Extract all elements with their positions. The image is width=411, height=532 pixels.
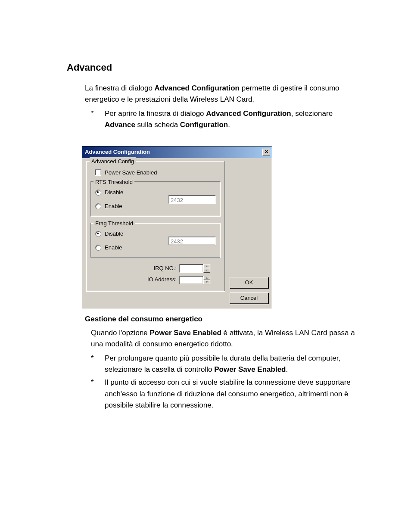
radio-row-frag-disable: Disable bbox=[95, 230, 123, 238]
bullet-text: Il punto di accesso con cui si vuole sta… bbox=[105, 377, 359, 411]
legend-advanced-config: Advanced Config bbox=[90, 157, 136, 166]
label-frag-enable: Enable bbox=[105, 243, 122, 252]
label-frag-disable: Disable bbox=[105, 230, 123, 238]
bullet-text: Per aprire la finestra di dialogo Advanc… bbox=[105, 108, 359, 131]
label-irq: IRQ NO.: bbox=[129, 264, 177, 273]
close-icon: ✕ bbox=[265, 149, 268, 154]
label-io-address: IO Address: bbox=[129, 275, 177, 284]
bullet-item: * Per prolungare quanto più possibile la… bbox=[91, 353, 359, 376]
bullet-text: Per prolungare quanto più possibile la d… bbox=[105, 353, 359, 376]
input-irq[interactable] bbox=[179, 264, 203, 273]
text: sulla scheda bbox=[135, 121, 180, 129]
text: Per aprire la finestra di dialogo bbox=[105, 109, 206, 118]
radio-frag-enable[interactable] bbox=[95, 245, 101, 251]
row-io-address: IO Address: ▲ ▼ bbox=[90, 275, 221, 284]
label-rts-enable: Enable bbox=[105, 202, 122, 211]
text: . bbox=[228, 121, 230, 129]
groupbox-rts-threshold: RTS Threshold Disable Enable bbox=[90, 181, 221, 217]
text-bold: Power Save Enabled bbox=[150, 329, 221, 337]
bullet-item: * Per aprire la finestra di dialogo Adva… bbox=[91, 108, 359, 131]
close-button[interactable]: ✕ bbox=[262, 149, 270, 156]
input-frag-value[interactable]: 2432 bbox=[168, 236, 216, 245]
dialog-advanced-configuration: Advanced Configuration ✕ Advanced Config… bbox=[82, 146, 272, 309]
titlebar[interactable]: Advanced Configuration ✕ bbox=[82, 146, 272, 158]
radio-row-rts-disable: Disable bbox=[95, 188, 123, 197]
text: Quando l'opzione bbox=[91, 329, 150, 337]
spinner-io-address[interactable]: ▲ ▼ bbox=[179, 276, 210, 284]
label-rts-disable: Disable bbox=[105, 188, 123, 197]
spacer bbox=[230, 161, 268, 273]
spinner-down-icon[interactable]: ▼ bbox=[203, 268, 210, 273]
groupbox-frag-threshold: Frag Threshold Disable Enable bbox=[90, 223, 221, 258]
spinner-up-icon[interactable]: ▲ bbox=[203, 276, 210, 280]
heading-advanced: Advanced bbox=[67, 60, 359, 75]
text-bold: Advanced Configuration bbox=[155, 84, 240, 92]
legend-frag: Frag Threshold bbox=[93, 219, 135, 228]
cancel-button[interactable]: Cancel bbox=[230, 292, 268, 304]
radio-rts-disable[interactable] bbox=[95, 190, 101, 196]
row-power-save: Power Save Enabled bbox=[90, 168, 221, 177]
intro-paragraph: La finestra di dialogo Advanced Configur… bbox=[85, 83, 359, 106]
groupbox-advanced-config: Advanced Config Power Save Enabled RTS T… bbox=[86, 161, 225, 292]
radio-frag-disable[interactable] bbox=[95, 231, 101, 237]
text: , selezionare bbox=[291, 109, 333, 118]
dialog-right-column: OK Cancel bbox=[230, 161, 268, 304]
radio-row-frag-enable: Enable bbox=[95, 243, 123, 252]
input-rts-value[interactable]: 2432 bbox=[168, 195, 216, 204]
spinner-irq[interactable]: ▲ ▼ bbox=[179, 264, 210, 273]
bullet-star: * bbox=[91, 353, 105, 376]
bullet-star: * bbox=[91, 108, 105, 131]
spinner-down-icon[interactable]: ▼ bbox=[203, 280, 210, 284]
ok-button[interactable]: OK bbox=[230, 277, 268, 288]
text-bold: Advanced Configuration bbox=[206, 109, 291, 118]
bullet-item: * Il punto di accesso con cui si vuole s… bbox=[91, 377, 359, 411]
dialog-left-column: Advanced Config Power Save Enabled RTS T… bbox=[86, 161, 225, 294]
label-power-save: Power Save Enabled bbox=[105, 168, 157, 177]
radio-rts-enable[interactable] bbox=[95, 203, 101, 209]
row-irq: IRQ NO.: ▲ ▼ bbox=[90, 264, 221, 273]
document-page: Advanced La finestra di dialogo Advanced… bbox=[0, 0, 411, 439]
checkbox-power-save[interactable] bbox=[95, 169, 101, 176]
radio-row-rts-enable: Enable bbox=[95, 202, 123, 211]
bullet-star: * bbox=[91, 377, 105, 411]
dialog-body: Advanced Config Power Save Enabled RTS T… bbox=[82, 158, 272, 309]
spinner-up-icon[interactable]: ▲ bbox=[203, 264, 210, 268]
text: La finestra di dialogo bbox=[85, 84, 155, 92]
text: . bbox=[286, 365, 288, 373]
text-bold: Configuration bbox=[180, 121, 228, 129]
power-paragraph: Quando l'opzione Power Save Enabled è at… bbox=[91, 327, 359, 350]
legend-rts: RTS Threshold bbox=[93, 178, 134, 187]
dialog-title: Advanced Configuration bbox=[85, 148, 150, 156]
input-io-address[interactable] bbox=[179, 276, 203, 284]
subheading-power-management: Gestione del consumo energetico bbox=[85, 314, 359, 325]
text-bold: Advance bbox=[105, 121, 135, 129]
text-bold: Power Save Enabled bbox=[214, 365, 286, 373]
